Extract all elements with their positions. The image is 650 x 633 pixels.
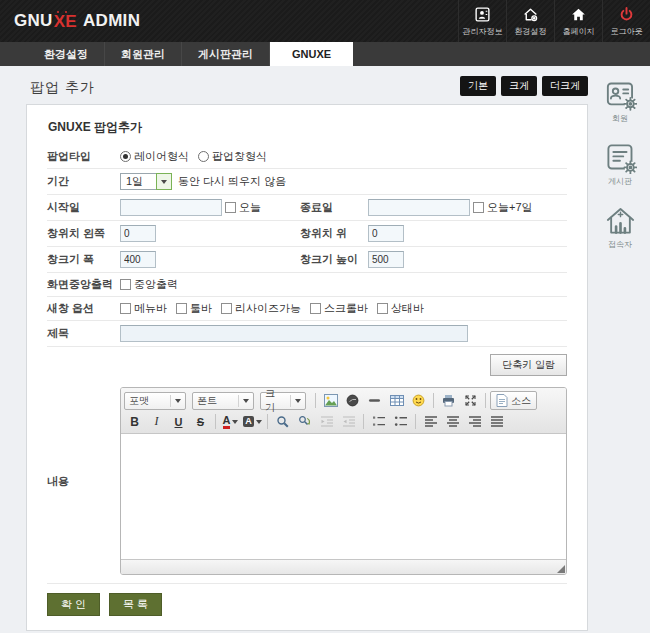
replace-button[interactable] [294,412,315,431]
member-icon [604,78,637,111]
confirm-button[interactable]: 확 인 [47,593,100,616]
window-options-label: 새창 옵션 [47,301,120,316]
center-output-checkbox[interactable] [120,279,131,290]
menubar-checkbox[interactable] [120,303,131,314]
option-scrollbar[interactable]: 스크롤바 [310,301,368,316]
image-button[interactable] [320,391,341,410]
align-left-button[interactable] [420,412,441,431]
font-size-larger-button[interactable]: 더크게 [542,76,588,96]
row-window-position: 창위치 왼쪽 창위치 위 [47,221,567,247]
find-button[interactable] [272,412,293,431]
subject-input[interactable] [120,325,468,342]
center-output-option[interactable]: 중앙출력 [120,277,178,292]
bold-button[interactable]: B [124,412,145,431]
font-size-large-button[interactable]: 크게 [501,76,537,96]
horizontal-rule-button[interactable] [364,391,385,410]
tab-members[interactable]: 회원관리 [105,42,182,66]
increase-indent-button[interactable] [338,412,359,431]
tab-boards[interactable]: 게시판관리 [182,42,270,66]
source-document-icon [496,394,508,407]
table-button[interactable] [386,391,407,410]
option-resizable[interactable]: 리사이즈가능 [221,301,301,316]
power-icon [618,6,635,23]
end-date-week-checkbox[interactable] [473,202,484,213]
font-combo[interactable]: 폰트 [192,392,254,410]
strikethrough-button[interactable]: S [190,412,211,431]
resizable-checkbox[interactable] [221,303,232,314]
popup-type-label: 팝업타입 [47,149,120,164]
row-center-output: 화면중앙출력 중앙출력 [47,273,567,297]
homepage-button[interactable]: 홈페이지 [554,0,602,42]
settings-home-icon [522,6,539,23]
flash-icon [346,394,359,407]
admin-info-label: 관리자정보 [463,26,503,37]
numbered-list-button[interactable] [368,412,389,431]
chevron-down-icon [156,173,172,190]
align-center-button[interactable] [442,412,463,431]
popup-type-layer-option[interactable]: 레이어형식 [120,149,189,164]
chevron-down-icon [232,420,238,424]
editor-resize-handle[interactable] [557,565,565,573]
rail-board-button[interactable]: 게시판 [604,141,637,187]
size-height-label: 창크기 높이 [300,252,368,267]
underline-button[interactable]: U [168,412,189,431]
scrollbar-checkbox[interactable] [310,303,321,314]
list-button[interactable]: 목 록 [109,593,162,616]
admin-info-icon [474,6,491,23]
size-combo[interactable]: 크기 [260,392,306,410]
chevron-down-icon [238,395,249,407]
settings-button[interactable]: 환경설정 [506,0,554,42]
rail-visitor-button[interactable]: 접속자 [604,204,637,250]
smiley-button[interactable] [408,391,429,410]
toolbar-checkbox[interactable] [176,303,187,314]
background-color-button[interactable]: A [242,412,263,431]
tab-settings[interactable]: 환경설정 [28,42,105,66]
tab-gnuxe[interactable]: GNUXE [270,42,353,66]
popup-type-window-option[interactable]: 팝업창형식 [198,149,267,164]
rail-member-button[interactable]: 회원 [604,78,637,124]
homepage-label: 홈페이지 [563,26,595,37]
format-combo[interactable]: 포맷 [124,392,186,410]
pos-left-input[interactable] [120,225,156,242]
popup-add-panel: GNUXE 팝업추가 팝업타입 레이어형식 팝업창형식 기간 1일 동안 다시 … [26,104,588,631]
source-button-label: 소스 [511,394,531,408]
align-left-icon [424,415,438,428]
size-width-input[interactable] [120,251,156,268]
end-date-input[interactable] [368,199,470,216]
print-button[interactable] [438,391,459,410]
layer-type-radio[interactable] [120,151,131,162]
period-select[interactable]: 1일 [120,173,172,190]
bulleted-list-button[interactable] [390,412,411,431]
align-right-button[interactable] [464,412,485,431]
center-output-label: 화면중앙출력 [47,277,120,292]
admin-info-button[interactable]: 관리자정보 [458,0,506,42]
size-height-input[interactable] [368,251,404,268]
option-menubar[interactable]: 메뉴바 [120,301,167,316]
option-statusbar[interactable]: 상태바 [377,301,424,316]
source-button[interactable]: 소스 [490,391,537,410]
row-content: 내용 포맷 폰트 크기 [47,381,567,584]
option-toolbar[interactable]: 툴바 [176,301,212,316]
smiley-icon [412,394,425,407]
maximize-button[interactable] [460,391,481,410]
logout-button[interactable]: 로그아웃 [602,0,650,42]
start-date-today-checkbox[interactable] [225,202,236,213]
start-date-input[interactable] [120,199,222,216]
start-date-label: 시작일 [47,200,120,215]
window-type-radio[interactable] [198,151,209,162]
page-head: 팝업 추가 기본 크게 더크게 [0,66,650,104]
form-title: GNUXE 팝업추가 [47,115,567,145]
decrease-indent-button[interactable] [316,412,337,431]
shortcut-list-button[interactable]: 단축키 일람 [490,354,567,376]
editor-toolbar: 포맷 폰트 크기 [121,388,566,434]
justify-button[interactable] [486,412,507,431]
pos-top-input[interactable] [368,225,404,242]
flash-button[interactable] [342,391,363,410]
board-icon [604,141,637,174]
font-size-default-button[interactable]: 기본 [460,76,496,96]
text-color-button[interactable]: A [220,412,241,431]
italic-button[interactable]: I [146,412,167,431]
editor-content-area[interactable] [121,434,566,559]
logo: GNUXE ADMIN [14,0,140,42]
statusbar-checkbox[interactable] [377,303,388,314]
